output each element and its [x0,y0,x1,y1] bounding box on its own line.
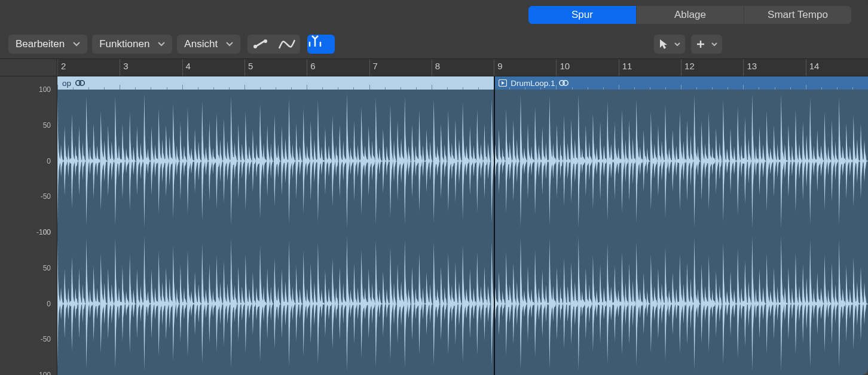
waveform-lanes: 100500-50-100100500-50-100 opDrumLoop.1 [0,76,868,375]
chevron-down-icon [711,42,717,47]
bar-number: 5 [248,61,253,71]
chevron-down-icon [158,42,165,47]
region-split-line [494,76,495,375]
toolbar-icon-group [247,35,300,54]
amplitude-label: -50 [41,335,51,343]
editor-tab-switcher: Spur Ablage Smart Tempo [528,6,851,24]
chevron-down-icon [73,42,80,47]
bar-number: 12 [684,61,695,71]
chevron-down-icon [226,42,233,47]
waveform-channel-left [57,90,868,232]
pointer-tool-icon [659,39,668,50]
region-header[interactable]: op [57,76,494,90]
waveform-channel-right [57,232,868,375]
editor-area: 234567891011121314 100500-50-100100500-5… [0,59,868,375]
add-icon [696,39,705,49]
flex-icon [278,39,296,50]
edit-menu[interactable]: Bearbeiten [8,35,87,54]
add-tool-menu[interactable] [691,35,722,54]
region-header-row: opDrumLoop.1 [57,76,868,90]
region-header[interactable]: DrumLoop.1 [494,76,868,90]
amplitude-label: 100 [39,85,51,94]
pointer-tool-menu[interactable] [654,35,685,54]
editor-toolbar: Bearbeiten Funktionen Ansicht [0,30,868,59]
amplitude-label: -100 [36,371,51,375]
waveform-area[interactable]: opDrumLoop.1 [57,76,868,375]
bar-number: 10 [560,61,570,71]
top-tab-bar: Spur Ablage Smart Tempo [0,0,868,30]
ruler-corner [0,59,57,76]
automation-button[interactable] [247,35,274,54]
amplitude-label: 0 [47,300,51,308]
bar-number: 6 [310,61,315,71]
bar-number: 8 [435,61,440,71]
amplitude-label: 100 [39,228,51,236]
bar-number: 3 [123,61,128,71]
functions-menu-label: Funktionen [99,38,149,50]
automation-curve-icon [252,39,269,50]
view-menu-label: Ansicht [184,38,218,50]
functions-menu[interactable]: Funktionen [92,35,172,54]
amplitude-label: -50 [41,192,51,201]
bar-number: 13 [747,61,757,71]
view-menu[interactable]: Ansicht [177,35,240,54]
bar-number: 7 [373,61,378,71]
amplitude-ruler: 100500-50-100100500-50-100 [0,76,57,375]
edit-menu-label: Bearbeiten [16,38,65,50]
tab-smart-tempo[interactable]: Smart Tempo [744,6,851,24]
bar-ruler[interactable]: 234567891011121314 [57,59,868,76]
tab-track[interactable]: Spur [528,6,636,24]
chevron-down-icon [674,42,680,47]
bar-number: 11 [622,61,632,71]
bar-number: 2 [61,61,66,71]
bar-number: 4 [186,61,191,71]
transient-icon [307,35,335,47]
bar-number: 9 [497,61,502,71]
amplitude-label: 50 [43,121,51,130]
flex-button[interactable] [274,35,300,54]
bar-number: 14 [809,61,820,71]
transient-edit-button[interactable] [307,35,335,54]
tab-file[interactable]: Ablage [636,6,744,24]
amplitude-label: 0 [47,157,51,165]
audio-track-editor: Spur Ablage Smart Tempo Bearbeiten Funkt… [0,0,868,375]
svg-point-1 [264,39,267,43]
bar-ruler-row: 234567891011121314 [0,59,868,76]
amplitude-label: 50 [43,264,51,272]
